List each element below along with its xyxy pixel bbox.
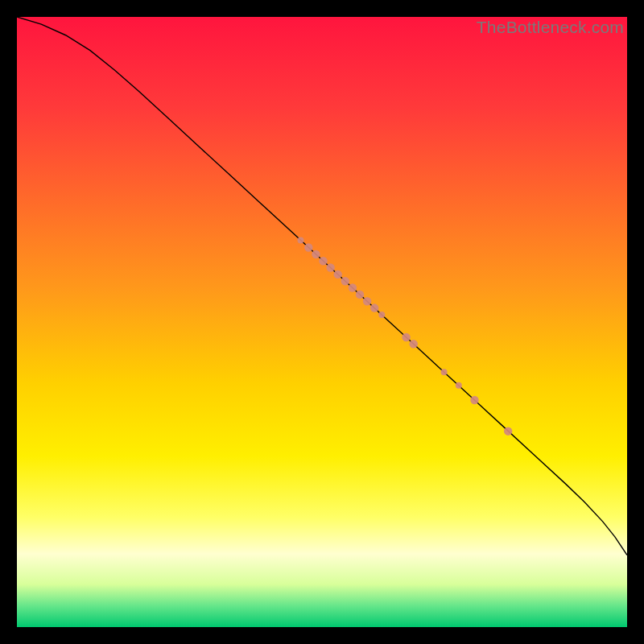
- chart-background: [17, 17, 627, 627]
- scatter-point: [378, 312, 385, 318]
- scatter-point: [363, 297, 371, 305]
- scatter-point: [356, 291, 364, 299]
- watermark-text: TheBottleneck.com: [477, 18, 624, 37]
- scatter-point: [297, 237, 303, 243]
- scatter-point: [402, 333, 410, 341]
- scatter-point: [334, 270, 342, 279]
- scatter-point: [470, 396, 478, 404]
- scatter-point: [441, 369, 448, 375]
- scatter-point: [370, 303, 378, 312]
- scatter-point: [349, 283, 357, 291]
- scatter-point: [326, 263, 334, 271]
- chart-frame: TheBottleneck.com: [17, 17, 627, 627]
- scatter-point: [410, 340, 418, 348]
- chart-svg: [17, 17, 627, 627]
- scatter-point: [312, 250, 320, 258]
- scatter-point: [456, 382, 462, 389]
- scatter-point: [319, 257, 327, 265]
- scatter-point: [504, 427, 512, 435]
- scatter-point: [341, 277, 349, 285]
- scatter-point: [304, 243, 312, 251]
